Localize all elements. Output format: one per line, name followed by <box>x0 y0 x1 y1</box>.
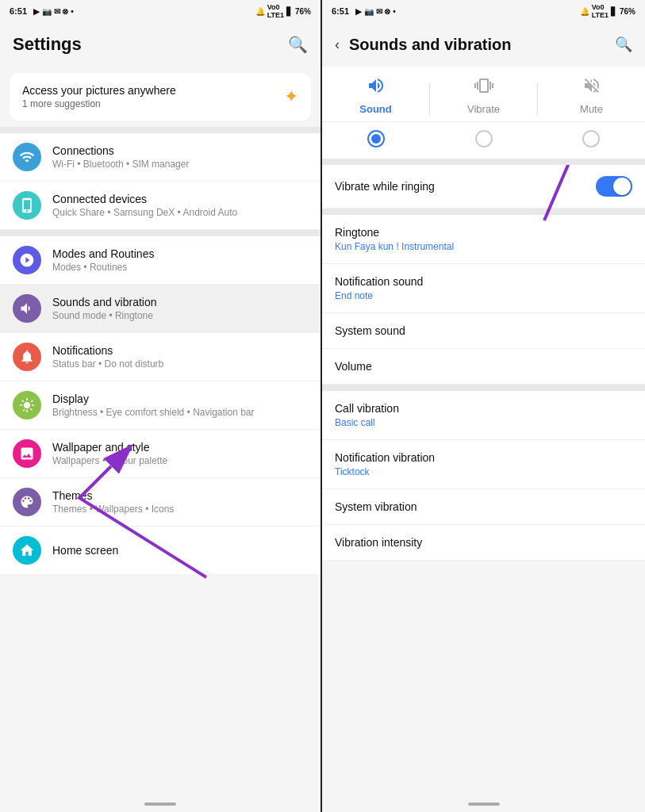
display-icon <box>13 391 41 419</box>
right-header: ‹ Sounds and vibration 🔍 <box>322 22 645 67</box>
connections-icon <box>13 143 41 171</box>
signal-icon-right: ▋ <box>611 7 617 16</box>
notifications-sub: Status bar • Do not disturb <box>52 358 163 370</box>
left-settings-wrapper: Connections Wi-Fi • Bluetooth • SIM mana… <box>0 133 321 796</box>
vibrate-while-ringing-toggle[interactable] <box>596 176 632 197</box>
themes-label: Themes <box>52 489 174 502</box>
notification-sound-item[interactable]: Notification sound End note <box>322 264 645 313</box>
status-left: 6:51 ▶ 📷 ✉ ⊗ • <box>10 6 74 16</box>
settings-list: Connections Wi-Fi • Bluetooth • SIM mana… <box>0 133 321 575</box>
call-vibration-label: Call vibration <box>335 402 399 415</box>
radio-vibrate[interactable] <box>430 130 538 147</box>
ringtone-label: Ringtone <box>335 226 454 239</box>
system-sound-item[interactable]: System sound <box>322 313 645 349</box>
back-button[interactable]: ‹ <box>335 36 340 53</box>
radio-vibrate-outer[interactable] <box>475 130 493 147</box>
status-bar-left: 6:51 ▶ 📷 ✉ ⊗ • 🔔 Vo0LTE1 ▋ 76% <box>0 0 321 22</box>
sidebar-item-wallpaper[interactable]: Wallpaper and style Wallpapers • Colour … <box>0 430 321 478</box>
modes-label: Modes and Routines <box>52 247 154 260</box>
notification-sound-label: Notification sound <box>335 275 423 288</box>
divider-1 <box>0 127 321 133</box>
scroll-bar-left <box>144 802 176 806</box>
system-vibration-item[interactable]: System vibration <box>322 489 645 525</box>
banner-subtitle: 1 more suggestion <box>22 98 176 109</box>
banner-title: Access your pictures anywhere <box>22 84 176 97</box>
connected-devices-label: Connected devices <box>52 193 237 205</box>
sidebar-item-modes-routines[interactable]: Modes and Routines Modes • Routines <box>0 236 321 285</box>
signal-icon: ▋ <box>286 7 293 16</box>
radio-sound-inner <box>371 134 381 144</box>
sounds-icon <box>13 294 41 323</box>
vibrate-tab-icon <box>474 76 493 100</box>
sounds-label: Sounds and vibration <box>52 296 157 308</box>
ringtone-item[interactable]: Ringtone Kun Faya kun ! Instrumental <box>322 215 645 264</box>
modes-sub: Modes • Routines <box>52 262 154 273</box>
vibrate-while-ringing-label: Vibrate while ringing <box>335 180 435 193</box>
right-settings-wrapper: Vibrate while ringing Ringtone Kun Faya … <box>322 165 645 796</box>
vibrate-while-ringing-item[interactable]: Vibrate while ringing <box>322 165 645 209</box>
notifications-icon <box>13 343 41 371</box>
toggle-knob <box>613 178 631 195</box>
call-vibration-sub: Basic call <box>335 417 399 428</box>
connections-label: Connections <box>52 144 189 157</box>
sounds-vibration-title: Sounds and vibration <box>349 36 605 54</box>
home-screen-icon <box>13 536 41 565</box>
mute-tab-icon <box>582 76 601 100</box>
connections-sub: Wi-Fi • Bluetooth • SIM manager <box>52 159 189 170</box>
radio-sound-outer[interactable] <box>367 130 385 147</box>
status-left-right: 6:51 ▶ 📷 ✉ ⊗ • <box>332 6 396 16</box>
left-header: Settings 🔍 <box>0 22 321 67</box>
themes-icon <box>13 488 41 516</box>
tab-mute[interactable]: Mute <box>538 76 645 121</box>
sounds-sub: Sound mode • Ringtone <box>52 310 157 321</box>
sidebar-item-themes[interactable]: Themes Themes • Wallpapers • Icons <box>0 478 321 527</box>
modes-icon <box>13 246 41 274</box>
sound-mode-radio-row <box>322 122 645 165</box>
sidebar-item-notifications[interactable]: Notifications Status bar • Do not distur… <box>0 333 321 381</box>
notification-vibration-label: Notification vibration <box>335 451 435 464</box>
banner[interactable]: Access your pictures anywhere 1 more sug… <box>10 73 311 121</box>
home-screen-label: Home screen <box>52 544 118 557</box>
radio-sound[interactable] <box>322 130 430 147</box>
sound-tab-label: Sound <box>359 103 391 115</box>
alarm-icon-right: 🔔 <box>580 7 589 16</box>
sidebar-item-display[interactable]: Display Brightness • Eye comfort shield … <box>0 381 321 430</box>
vibration-intensity-item[interactable]: Vibration intensity <box>322 525 645 561</box>
settings-title: Settings <box>13 34 82 55</box>
wallpaper-sub: Wallpapers • Colour palette <box>52 455 167 466</box>
tab-vibrate[interactable]: Vibrate <box>430 76 537 121</box>
notification-vibration-sub: Ticktock <box>335 466 435 477</box>
radio-mute[interactable] <box>537 130 645 147</box>
sounds-settings-list: Vibrate while ringing Ringtone Kun Faya … <box>322 165 645 561</box>
notifications-label: Notifications <box>52 344 163 357</box>
connected-devices-icon <box>13 191 41 220</box>
display-sub: Brightness • Eye comfort shield • Naviga… <box>52 407 255 418</box>
sidebar-item-home-screen[interactable]: Home screen <box>0 527 321 575</box>
sound-tab-icon <box>367 76 386 100</box>
status-right-left: 🔔 Vo0LTE1 ▋ 76% <box>255 3 311 19</box>
volume-item[interactable]: Volume <box>322 349 645 385</box>
system-sound-label: System sound <box>335 324 405 337</box>
sidebar-item-connections[interactable]: Connections Wi-Fi • Bluetooth • SIM mana… <box>0 133 321 182</box>
search-icon-left[interactable]: 🔍 <box>288 35 308 54</box>
call-vibration-item[interactable]: Call vibration Basic call <box>322 391 645 440</box>
radio-mute-outer[interactable] <box>582 130 600 147</box>
time-left: 6:51 <box>10 6 27 16</box>
sidebar-item-connected-devices[interactable]: Connected devices Quick Share • Samsung … <box>0 182 321 230</box>
mute-tab-label: Mute <box>580 103 603 115</box>
battery-right: 76% <box>620 7 635 16</box>
vibrate-tab-label: Vibrate <box>467 103 500 115</box>
notification-sound-sub: End note <box>335 290 423 301</box>
system-vibration-label: System vibration <box>335 500 417 513</box>
time-right: 6:51 <box>332 6 349 16</box>
battery-left: 76% <box>295 7 311 16</box>
status-bar-right: 6:51 ▶ 📷 ✉ ⊗ • 🔔 Vo0LTE1 ▋ 76% <box>322 0 645 22</box>
notification-vibration-item[interactable]: Notification vibration Ticktock <box>322 440 645 489</box>
sidebar-item-sounds-vibration[interactable]: Sounds and vibration Sound mode • Ringto… <box>0 285 321 333</box>
right-panel: 6:51 ▶ 📷 ✉ ⊗ • 🔔 Vo0LTE1 ▋ 76% ‹ Sounds … <box>322 0 645 812</box>
tab-sound[interactable]: Sound <box>322 76 429 121</box>
sound-mode-tabs: Sound Vibrate Mute <box>322 67 645 122</box>
left-panel: 6:51 ▶ 📷 ✉ ⊗ • 🔔 Vo0LTE1 ▋ 76% Settings … <box>0 0 322 812</box>
status-right-right: 🔔 Vo0LTE1 ▋ 76% <box>580 3 635 19</box>
search-icon-right[interactable]: 🔍 <box>615 36 632 53</box>
